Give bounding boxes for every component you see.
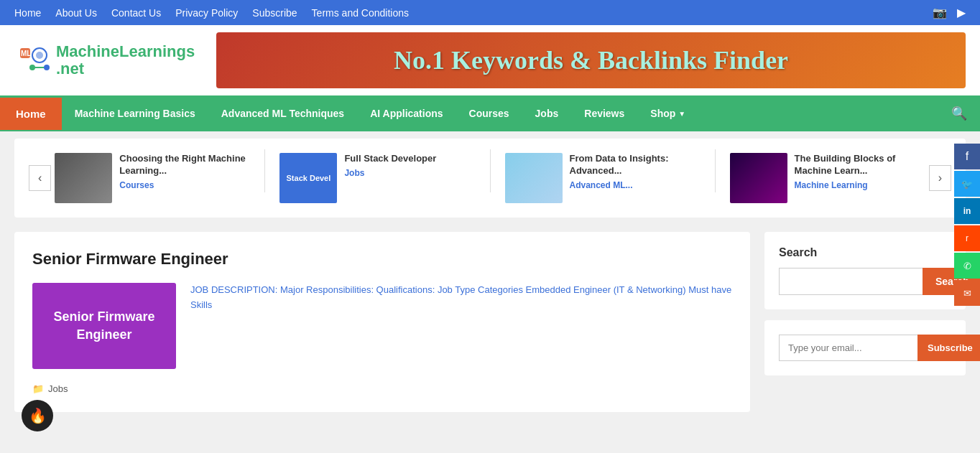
email-row: Subscribe [779, 335, 951, 361]
fire-button[interactable]: 🔥 [22, 400, 53, 426]
twitter-share-button[interactable]: 🐦 [954, 171, 980, 197]
carousel-items-list: Choosing the Right Machine Learning... C… [51, 149, 928, 207]
nav-item-advanced-ml[interactable]: Advanced ML Techniques [208, 98, 357, 129]
search-widget-title: Search [779, 246, 951, 259]
logo-text: MachineLearnings .net [56, 43, 195, 78]
email-input[interactable] [779, 335, 917, 361]
article-category[interactable]: Jobs [48, 383, 68, 394]
carousel-next-button[interactable]: › [929, 165, 951, 191]
nav-privacy[interactable]: Privacy Policy [175, 7, 238, 19]
social-sidebar: f 🐦 in r ✆ ✉ [954, 144, 980, 306]
nav-terms[interactable]: Terms and Conditions [312, 7, 409, 19]
logo-icon: ML [14, 42, 50, 78]
carousel-item-1: Choosing the Right Machine Learning... C… [51, 149, 254, 207]
nav-about[interactable]: About Us [55, 7, 97, 19]
article-image-text: Senior FirmwareEngineer [46, 301, 162, 351]
carousel-title-2: Full Stack Developer [344, 153, 436, 165]
carousel-item-2: Stack Devel Full Stack Developer Jobs [276, 149, 479, 207]
instagram-icon[interactable]: 📷 [933, 6, 947, 19]
nav-item-shop[interactable]: Shop ▼ [637, 98, 698, 129]
carousel-title-1: Choosing the Right Machine Learning... [119, 153, 250, 177]
article-excerpt: JOB DESCRIPTION: Major Responsibilities:… [190, 283, 732, 369]
subscribe-widget: Subscribe [764, 320, 966, 375]
carousel-info-2: Full Stack Developer Jobs [344, 153, 436, 178]
folder-icon: 📁 [32, 383, 44, 394]
banner-text: No.1 Keywords & Backlinks Finder [394, 45, 788, 75]
nav-contact[interactable]: Contact Us [111, 7, 161, 19]
article-body: Senior FirmwareEngineer JOB DESCRIPTION:… [32, 283, 732, 369]
carousel-title-3: From Data to Insights: Advanced... [570, 153, 701, 177]
nav-item-jobs[interactable]: Jobs [522, 98, 572, 129]
chevron-down-icon: ▼ [678, 110, 685, 118]
nav-home[interactable]: Home [14, 7, 41, 19]
top-bar: Home About Us Contact Us Privacy Policy … [0, 0, 980, 25]
content-area: Senior Firmware Engineer Senior Firmware… [0, 225, 980, 426]
carousel-cat-3[interactable]: Advanced ML... [570, 180, 701, 190]
search-widget: Search Search [764, 232, 966, 309]
svg-point-7 [44, 65, 50, 70]
carousel-cat-1[interactable]: Courses [119, 180, 250, 190]
sidebar: Search Search Subscribe [764, 232, 966, 412]
carousel-item-4: The Building Blocks of Machine Learn... … [726, 149, 929, 207]
linkedin-share-button[interactable]: in [954, 198, 980, 224]
banner-ad[interactable]: No.1 Keywords & Backlinks Finder [216, 32, 966, 88]
carousel-cat-2[interactable]: Jobs [344, 168, 436, 178]
nav-item-courses[interactable]: Courses [456, 98, 522, 129]
nav-item-ml-basics[interactable]: Machine Learning Basics [62, 98, 208, 129]
main-navigation: Home Machine Learning Basics Advanced ML… [0, 95, 980, 131]
carousel-thumb-3 [505, 153, 563, 203]
carousel-title-4: The Building Blocks of Machine Learn... [795, 153, 925, 177]
search-input[interactable] [779, 268, 923, 295]
svg-point-6 [29, 65, 35, 70]
email-share-button[interactable]: ✉ [954, 280, 980, 306]
svg-text:ML: ML [21, 50, 31, 57]
carousel-prev-button[interactable]: ‹ [29, 165, 51, 191]
carousel-thumb-4 [730, 153, 787, 203]
carousel-divider-1 [264, 149, 265, 192]
whatsapp-share-button[interactable]: ✆ [954, 253, 980, 279]
article-title: Senior Firmware Engineer [32, 250, 732, 268]
subscribe-button[interactable]: Subscribe [917, 335, 980, 361]
svg-point-4 [36, 52, 43, 59]
carousel-divider-2 [490, 149, 491, 192]
carousel-info-3: From Data to Insights: Advanced... Advan… [570, 153, 701, 190]
carousel-divider-3 [715, 149, 716, 192]
carousel-thumb-2: Stack Devel [279, 153, 337, 203]
reddit-share-button[interactable]: r [954, 225, 980, 251]
main-article: Senior Firmware Engineer Senior Firmware… [14, 232, 750, 412]
search-row: Search [779, 268, 951, 295]
article-featured-image: Senior FirmwareEngineer [32, 283, 176, 369]
carousel-cat-4[interactable]: Machine Learning [795, 180, 925, 190]
carousel-item-3: From Data to Insights: Advanced... Advan… [501, 149, 704, 207]
youtube-icon[interactable]: ▶ [957, 6, 966, 19]
carousel-thumb-1 [55, 153, 112, 203]
top-nav-links: Home About Us Contact Us Privacy Policy … [14, 7, 409, 19]
carousel-info-4: The Building Blocks of Machine Learn... … [795, 153, 925, 190]
nav-search-icon[interactable]: 🔍 [938, 95, 980, 131]
facebook-share-button[interactable]: f [954, 144, 980, 169]
nav-item-home[interactable]: Home [0, 98, 62, 130]
logo[interactable]: ML MachineLearnings .net [14, 42, 195, 78]
nav-item-reviews[interactable]: Reviews [571, 98, 637, 129]
featured-carousel: ‹ Choosing the Right Machine Learning...… [14, 139, 966, 218]
nav-item-ai-apps[interactable]: AI Applications [357, 98, 456, 129]
nav-subscribe[interactable]: Subscribe [252, 7, 297, 19]
article-meta: 📁 Jobs [32, 383, 732, 394]
carousel-info-1: Choosing the Right Machine Learning... C… [119, 153, 250, 190]
social-icons-top: 📷 ▶ [933, 6, 966, 19]
site-header: ML MachineLearnings .net No.1 Keywords &… [0, 25, 980, 95]
